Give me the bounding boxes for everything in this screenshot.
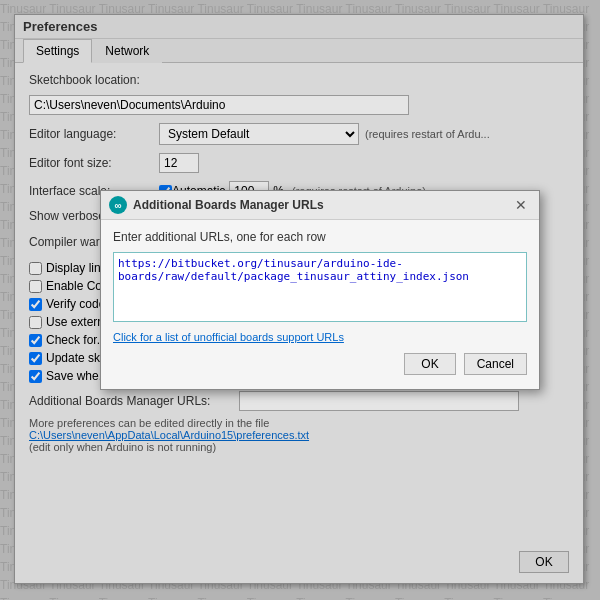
additional-boards-dialog: ∞ Additional Boards Manager URLs ✕ Enter…: [100, 190, 540, 390]
dialog-unofficial-boards-link[interactable]: Click for a list of unofficial boards su…: [113, 331, 527, 343]
dialog-btn-row: OK Cancel: [113, 353, 527, 379]
dialog-ok-button[interactable]: OK: [404, 353, 455, 375]
dialog-instruction: Enter additional URLs, one for each row: [113, 230, 527, 244]
dialog-cancel-button[interactable]: Cancel: [464, 353, 527, 375]
dialog-title-text: Additional Boards Manager URLs: [133, 198, 324, 212]
dialog-textarea[interactable]: [113, 252, 527, 322]
dialog-close-button[interactable]: ✕: [511, 198, 531, 212]
dialog-title-left: ∞ Additional Boards Manager URLs: [109, 196, 324, 214]
dialog-body: Enter additional URLs, one for each row …: [101, 220, 539, 389]
arduino-logo: ∞: [109, 196, 127, 214]
dialog-title-bar: ∞ Additional Boards Manager URLs ✕: [101, 191, 539, 220]
